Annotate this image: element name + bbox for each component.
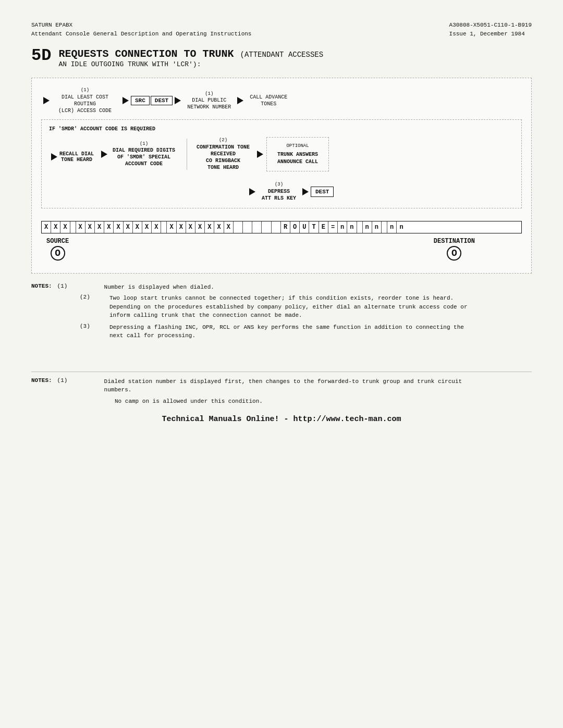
section-heading: REQUESTS CONNECTION TO TRUNK (ATTENDANT … xyxy=(58,47,323,68)
section-subtitle: AN IDLE OUTGOING TRUNK WITH 'LCR'): xyxy=(58,60,323,68)
note2-row: (2) Two loop start trunks cannot be conn… xyxy=(31,294,532,320)
doc-number: A30808-X5051-C110-1-B919 xyxy=(449,21,532,30)
cell-n1: n xyxy=(338,221,347,233)
section-title: 5D REQUESTS CONNECTION TO TRUNK (ATTENDA… xyxy=(31,47,532,68)
cell-x3: X xyxy=(60,221,70,233)
step1b-label: DIAL PUBLICNETWORK NUMBER xyxy=(187,97,231,110)
call-advance-label: CALL ADVANCETONES xyxy=(250,94,287,107)
cell-x10: X xyxy=(133,221,142,233)
notes-section: NOTES: (1) Number is displayed when dial… xyxy=(31,283,532,340)
cell-o: O xyxy=(290,221,300,233)
optional-label: OPTIONAL xyxy=(274,143,321,150)
cell-b5 xyxy=(272,221,281,233)
depress-arrow-icon xyxy=(249,188,255,195)
depress-block: (3) DEPRESSATT RLS KEY xyxy=(262,182,296,202)
separator-line xyxy=(187,139,187,170)
depress-label: DEPRESSATT RLS KEY xyxy=(262,188,296,202)
step1-label: DIAL LEAST COST ROUTING(LCR) ACCESS CODE xyxy=(54,94,116,114)
arrow1-icon xyxy=(123,97,129,104)
display-bar: X X X X X X X X X X X X X X X X X X X xyxy=(41,221,522,233)
cell-x6: X xyxy=(95,221,104,233)
arrow2-icon xyxy=(175,97,181,104)
cell-x15: X xyxy=(186,221,195,233)
note1-num: (1) xyxy=(57,283,104,292)
smdr-section: IF 'SMDR' ACCOUNT CODE IS REQUIRED RECAL… xyxy=(41,119,522,208)
note3-row: (3) Depressing a flashing INC, OPR, RCL … xyxy=(31,323,532,340)
footer-note1-row: NOTES: (1) Dialed station number is disp… xyxy=(31,377,532,394)
cell-gap4 xyxy=(382,221,387,233)
depress-arrow2-icon xyxy=(302,188,309,195)
note2-num: (2) xyxy=(63,294,109,320)
dial-digits-block: (1) DIAL REQUIRED DIGITSOF 'SMDR' SPECIA… xyxy=(113,141,175,168)
diagram-top-row: (1) DIAL LEAST COST ROUTING(LCR) ACCESS … xyxy=(41,88,522,114)
step1-block: (1) DIAL LEAST COST ROUTING(LCR) ACCESS … xyxy=(54,88,116,114)
dest-box-1: DEST xyxy=(151,96,173,105)
cell-x16: X xyxy=(195,221,205,233)
start-arrow-icon xyxy=(43,97,50,104)
footer-note1-num: (1) xyxy=(57,377,104,394)
section-title-text: REQUESTS CONNECTION TO TRUNK (ATTENDANT … xyxy=(58,48,323,60)
dial-digits-num: (1) xyxy=(140,141,148,147)
dial-digits-label: DIAL REQUIRED DIGITSOF 'SMDR' SPECIALACC… xyxy=(113,147,175,167)
dest-label: DESTINATION xyxy=(434,238,475,245)
cell-b1 xyxy=(234,221,243,233)
cell-u: U xyxy=(300,221,309,233)
recall-label: RECALL DIALTONE HEARD xyxy=(59,151,94,163)
cell-t: T xyxy=(309,221,319,233)
depress-row: (3) DEPRESSATT RLS KEY DEST xyxy=(247,182,514,202)
cell-x8: X xyxy=(114,221,123,233)
source-label: SOURCE xyxy=(46,238,69,245)
recall-arrow-icon xyxy=(51,153,57,161)
cell-x9: X xyxy=(124,221,133,233)
cell-x4: X xyxy=(76,221,85,233)
cell-gap1 xyxy=(70,221,76,233)
notes-header-row: NOTES: (1) Number is displayed when dial… xyxy=(31,283,532,292)
smdr-row: RECALL DIALTONE HEARD (1) DIAL REQUIRED … xyxy=(49,137,514,172)
note3-text: Depressing a flashing INC, OPR, RCL or A… xyxy=(109,323,474,340)
cell-x18: X xyxy=(214,221,224,233)
dest-circle: O xyxy=(447,246,461,261)
confirm-label: CONFIRMATION TONERECEIVEDCO RINGBACKTONE… xyxy=(197,144,250,171)
cell-x5: X xyxy=(85,221,95,233)
trunk-answers-label: TRUNK ANSWERSANNOUNCE CALL xyxy=(274,151,321,166)
note1-text: Number is displayed when dialed. xyxy=(104,283,214,292)
notes-title: NOTES: xyxy=(31,283,52,292)
step1b-block: (1) DIAL PUBLICNETWORK NUMBER xyxy=(187,91,231,111)
confirmation-block: (2) CONFIRMATION TONERECEIVEDCO RINGBACK… xyxy=(197,138,250,171)
cell-gap2 xyxy=(161,221,167,233)
call-advance-block: CALL ADVANCETONES xyxy=(250,94,287,107)
depress-num: (3) xyxy=(275,182,283,188)
optional-block: OPTIONAL TRUNK ANSWERSANNOUNCE CALL xyxy=(266,137,329,172)
arrow3-icon xyxy=(237,97,243,104)
cell-x1: X xyxy=(42,221,51,233)
footer-brand: Technical Manuals Online! - http://www.t… xyxy=(31,415,532,424)
footer-note2-indent xyxy=(31,397,115,406)
cell-x17: X xyxy=(205,221,214,233)
step1b-num: (1) xyxy=(205,91,213,97)
step1-num: (1) xyxy=(81,88,89,94)
source-circle: O xyxy=(51,246,65,261)
cell-eq: = xyxy=(328,221,338,233)
cell-b3 xyxy=(252,221,262,233)
dest-block: DESTINATION O xyxy=(434,238,475,261)
document-description: Attendant Console General Description an… xyxy=(31,30,251,39)
cell-n3: n xyxy=(363,221,372,233)
product-name: SATURN EPABX xyxy=(31,21,251,30)
src-box: SRC xyxy=(131,96,150,105)
smdr-condition-label: IF 'SMDR' ACCOUNT CODE IS REQUIRED xyxy=(49,126,514,132)
footer-notes-title: NOTES: xyxy=(31,377,52,394)
arrow5-icon xyxy=(257,151,263,158)
cell-x7: X xyxy=(104,221,114,233)
note3-num: (3) xyxy=(63,323,109,340)
cell-x11: X xyxy=(142,221,152,233)
footer-note2-text: No camp on is allowed under this conditi… xyxy=(115,397,263,406)
cell-x2: X xyxy=(51,221,60,233)
section-number: 5D xyxy=(31,47,51,64)
cell-n2: n xyxy=(347,221,357,233)
recall-block: RECALL DIALTONE HEARD xyxy=(49,146,94,163)
diagram-area: (1) DIAL LEAST COST ROUTING(LCR) ACCESS … xyxy=(31,78,532,274)
cell-x19: X xyxy=(224,221,234,233)
footer-note2-row: No camp on is allowed under this conditi… xyxy=(31,397,532,406)
cell-n6: n xyxy=(397,221,406,233)
note2-text: Two loop start trunks cannot be connecte… xyxy=(109,294,474,320)
